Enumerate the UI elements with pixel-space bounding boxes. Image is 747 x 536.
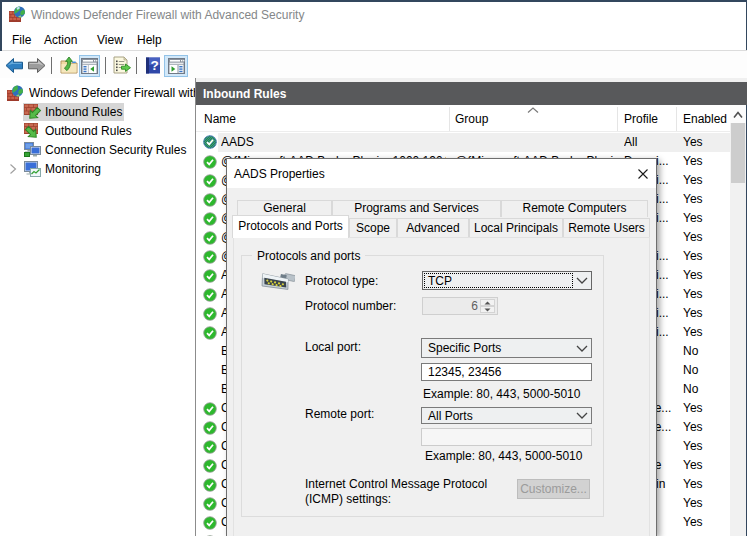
svg-text:?: ?: [150, 58, 158, 73]
